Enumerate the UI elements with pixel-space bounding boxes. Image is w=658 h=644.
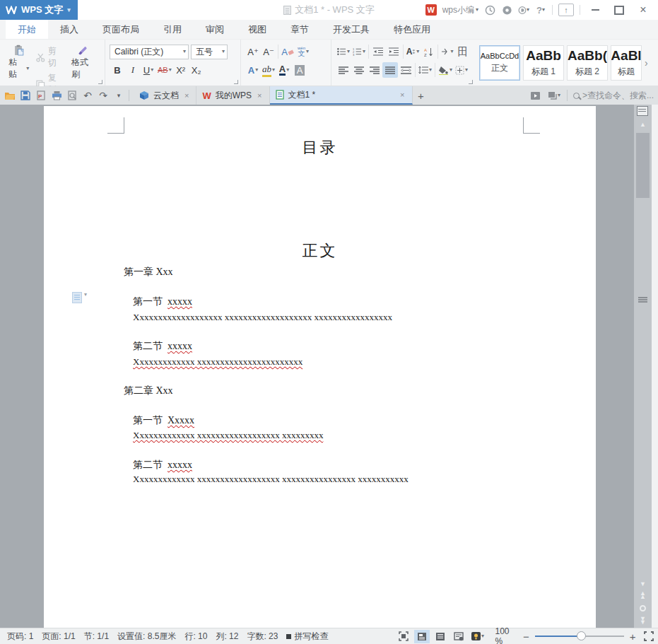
next-page-button[interactable]: ▼▼ [634, 615, 652, 626]
style-options-widget[interactable]: ▾ [72, 292, 87, 303]
line-spacing-button[interactable]: ▾ [417, 62, 433, 78]
user-name[interactable]: wps小编▾ [442, 4, 478, 16]
document-page[interactable]: 目录 正文 第一章 Xxx 第一节 xxxxx Xxxxxxxxxxxxxxxx… [44, 106, 596, 628]
zoom-slider-knob[interactable] [577, 631, 586, 640]
print-preview-button[interactable] [65, 88, 79, 103]
redo-button[interactable]: ↷ [96, 88, 110, 103]
tab-references[interactable]: 引用 [151, 20, 194, 39]
borders-button[interactable]: ▾ [454, 62, 469, 78]
docer-menu-icon[interactable]: ▾ [518, 4, 529, 16]
play-presentation-icon[interactable] [529, 88, 543, 103]
fit-page-button[interactable] [642, 630, 656, 643]
phonetic-guide-button[interactable]: wén文▾ [295, 44, 311, 59]
vertical-scrollbar[interactable]: ▲ ▼ ▲▲ ▼▼ [634, 105, 652, 628]
sync-icon[interactable] [484, 4, 495, 16]
bullets-button[interactable]: ▾ [336, 44, 351, 59]
style-heading-1[interactable]: AaBb 标题 1 [523, 45, 564, 81]
align-right-button[interactable] [367, 62, 382, 78]
tab-special-features[interactable]: 特色应用 [382, 20, 442, 39]
scrollbar-thumb[interactable] [636, 133, 650, 198]
style-heading-2[interactable]: AaBb( 标题 2 [567, 45, 608, 81]
sort-button[interactable]: AZ [421, 44, 436, 59]
show-marks-button[interactable]: ▾ [440, 44, 455, 59]
zoom-in-button[interactable]: + [630, 631, 636, 643]
export-pdf-button[interactable]: P [34, 88, 48, 103]
shrink-font-button[interactable]: A⁻ [261, 44, 276, 59]
paragraph-dialog-launcher[interactable] [469, 80, 473, 84]
previous-page-button[interactable]: ▲▲ [634, 590, 652, 601]
decrease-indent-button[interactable] [370, 44, 386, 59]
strikethrough-button[interactable]: AB▾ [156, 62, 173, 78]
tab-page-layout[interactable]: 页面布局 [90, 20, 151, 39]
underline-button[interactable]: U▾ [141, 62, 156, 78]
grow-font-button[interactable]: A⁺ [245, 44, 261, 59]
web-layout-view-button[interactable] [451, 630, 466, 643]
scroll-down-button[interactable]: ▼ [634, 578, 652, 590]
tab-document1[interactable]: 文档1 * × [270, 86, 413, 105]
select-browse-object-button[interactable] [634, 602, 652, 614]
styles-more-icon[interactable]: › [645, 57, 648, 69]
user-avatar[interactable]: W [425, 4, 437, 16]
shading-button[interactable]: ▾ [437, 62, 454, 78]
numbering-button[interactable]: 123▾ [351, 44, 367, 59]
style-normal[interactable]: AaBbCcDd 正文 [479, 45, 520, 81]
new-tab-button[interactable]: + [413, 86, 430, 105]
close-tab-icon[interactable]: × [183, 91, 190, 100]
tab-developer[interactable]: 开发工具 [321, 20, 382, 39]
character-scale-button[interactable]: A▾ [405, 44, 421, 59]
clipboard-dialog-launcher[interactable] [98, 80, 102, 84]
full-screen-view-button[interactable] [396, 630, 411, 643]
align-left-button[interactable] [336, 62, 351, 78]
paste-button[interactable]: 粘贴▾ [4, 42, 33, 83]
tab-review[interactable]: 审阅 [194, 20, 236, 39]
settings-icon[interactable] [501, 4, 512, 16]
zoom-slider[interactable] [535, 636, 624, 637]
word-count-status[interactable]: 字数: 23 [242, 631, 282, 643]
zoom-out-button[interactable]: − [523, 631, 529, 643]
page-number-status[interactable]: 页码: 1 [3, 631, 37, 643]
close-button[interactable]: × [634, 3, 652, 17]
wps-menu-button[interactable]: WPS 文字 ▾ [0, 0, 78, 20]
increase-indent-button[interactable] [386, 44, 401, 59]
superscript-button[interactable]: X² [173, 62, 189, 78]
switch-window-icon[interactable]: ▾ [547, 88, 561, 103]
outline-view-button[interactable] [433, 630, 448, 643]
help-icon[interactable]: ?▾ [535, 4, 546, 16]
print-button[interactable] [49, 88, 64, 103]
font-dialog-launcher[interactable] [234, 80, 238, 84]
font-name-combo[interactable]: Calibri (正文)▾ [110, 45, 189, 59]
subscript-button[interactable]: X₂ [189, 62, 204, 78]
page-count-status[interactable]: 页面: 1/1 [37, 631, 79, 643]
tab-cloud-docs[interactable]: 云文档 × [134, 86, 196, 105]
eye-protection-mode-button[interactable]: ▾ [469, 630, 485, 643]
font-color-button[interactable]: A▾ [276, 62, 292, 78]
page-view-button[interactable] [414, 630, 430, 643]
font-size-combo[interactable]: 五号▾ [191, 45, 228, 59]
text-effects-button[interactable]: A▾ [245, 62, 261, 78]
tab-view[interactable]: 视图 [236, 20, 278, 39]
share-button[interactable]: ↑ [558, 4, 574, 16]
highlight-button[interactable]: ab▾ [261, 62, 276, 78]
distribute-button[interactable] [398, 62, 413, 78]
bold-button[interactable]: B [110, 62, 125, 78]
tab-insert[interactable]: 插入 [48, 20, 90, 39]
minimize-button[interactable] [586, 3, 604, 17]
format-painter-button[interactable]: 格式刷 [67, 42, 100, 83]
cut-button[interactable]: 剪切 [33, 44, 67, 71]
justify-button[interactable] [382, 62, 398, 78]
tab-my-wps[interactable]: W 我的WPS × [196, 86, 269, 105]
setting-value-status[interactable]: 设置值: 8.5厘米 [113, 631, 180, 643]
command-search-input[interactable]: >查找命令、搜索... [573, 90, 654, 102]
close-tab-icon[interactable]: × [399, 90, 406, 99]
close-tab-icon[interactable]: × [256, 91, 263, 100]
maximize-button[interactable] [610, 3, 628, 17]
ruler-toggle-icon[interactable] [637, 106, 648, 116]
spell-check-status[interactable]: 拼写检查 [282, 631, 332, 643]
align-center-button[interactable] [351, 62, 367, 78]
italic-button[interactable]: I [125, 62, 141, 78]
section-status[interactable]: 节: 1/1 [80, 631, 113, 643]
open-button[interactable] [3, 88, 17, 103]
insert-table-grid-button[interactable]: 田 [455, 44, 471, 59]
undo-button[interactable]: ↶ [81, 88, 95, 103]
quickbar-customize-caret-icon[interactable]: ▾ [112, 88, 126, 103]
